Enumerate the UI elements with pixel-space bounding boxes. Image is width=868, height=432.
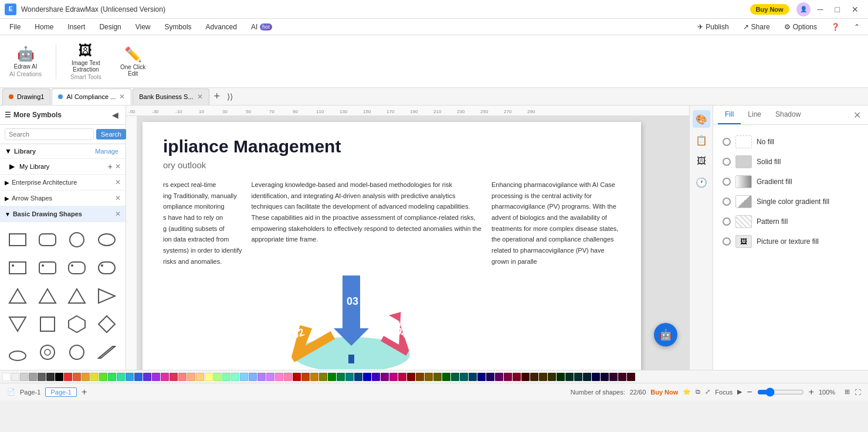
tab-nav-more[interactable]: ⟩⟩ xyxy=(223,92,236,101)
zoom-out-button[interactable]: − xyxy=(747,387,752,397)
fullscreen-button[interactable]: ⛶ xyxy=(855,389,861,396)
tab-ai-compliance[interactable]: AI Compliance ... ✕ xyxy=(52,89,131,105)
menu-ai[interactable]: AI hot xyxy=(244,21,279,33)
color-swatch[interactable] xyxy=(82,373,90,381)
color-swatch[interactable] xyxy=(301,373,310,381)
color-swatch[interactable] xyxy=(442,373,450,381)
shape-triangle-3[interactable] xyxy=(64,283,90,309)
right-panel-close-button[interactable]: ✕ xyxy=(851,106,863,124)
focus-label[interactable]: Focus xyxy=(715,389,733,396)
shape-triangle[interactable] xyxy=(5,283,30,309)
color-swatch[interactable] xyxy=(416,373,424,381)
color-swatch[interactable] xyxy=(328,373,336,381)
color-swatch[interactable] xyxy=(310,373,318,381)
color-swatch[interactable] xyxy=(398,373,406,381)
color-swatch[interactable] xyxy=(407,373,415,381)
color-swatch[interactable] xyxy=(354,373,362,381)
fill-option-solid[interactable]: Solid fill xyxy=(720,152,861,172)
tab-shadow[interactable]: Shadow xyxy=(768,106,808,124)
color-swatch[interactable] xyxy=(513,373,521,381)
color-swatch[interactable] xyxy=(205,373,213,381)
fill-option-picture[interactable]: 🖼 Picture or texture fill xyxy=(720,232,861,251)
color-swatch[interactable] xyxy=(20,373,28,381)
page-tab[interactable]: Page-1 xyxy=(45,387,76,397)
close-ea-button[interactable]: ✕ xyxy=(115,178,121,186)
color-swatch[interactable] xyxy=(345,373,354,381)
menu-advanced[interactable]: Advanced xyxy=(199,21,244,33)
add-tab-button[interactable]: + xyxy=(211,90,224,103)
shape-triangle-5[interactable] xyxy=(5,311,30,337)
share-button[interactable]: ↗ Share xyxy=(737,21,776,33)
color-swatch[interactable] xyxy=(55,373,63,381)
fit-button[interactable]: ⤢ xyxy=(705,388,710,396)
color-swatch[interactable] xyxy=(126,373,134,381)
zoom-percent[interactable]: 100% xyxy=(819,389,840,396)
shape-hexagon[interactable] xyxy=(64,311,90,337)
user-avatar[interactable]: 👤 xyxy=(796,2,811,16)
color-swatch[interactable] xyxy=(495,373,503,381)
color-swatch[interactable] xyxy=(451,373,459,381)
color-swatch[interactable] xyxy=(389,373,398,381)
color-swatch[interactable] xyxy=(372,373,380,381)
tab-drawing1[interactable]: Drawing1 xyxy=(2,89,50,105)
tab-fill[interactable]: Fill xyxy=(718,106,741,124)
shape-circle-3[interactable] xyxy=(64,339,90,365)
shape-rect-corner[interactable] xyxy=(5,255,30,281)
menu-view[interactable]: View xyxy=(128,21,158,33)
color-swatch[interactable] xyxy=(337,373,345,381)
status-buy-now[interactable]: Buy Now xyxy=(650,389,678,396)
color-swatch[interactable] xyxy=(152,373,160,381)
color-swatch[interactable] xyxy=(46,373,55,381)
color-swatch[interactable] xyxy=(504,373,512,381)
color-swatch[interactable] xyxy=(266,373,274,381)
color-swatch[interactable] xyxy=(319,373,327,381)
fill-option-single-gradient[interactable]: Single color gradient fill xyxy=(720,192,861,212)
color-swatch[interactable] xyxy=(363,373,371,381)
color-swatch[interactable] xyxy=(178,373,187,381)
my-library-item[interactable]: ▶ My Library + ✕ xyxy=(0,159,126,175)
menu-home[interactable]: Home xyxy=(28,21,60,33)
category-arrow-shapes[interactable]: ▶ Arrow Shapes ✕ xyxy=(0,191,126,206)
color-swatch[interactable] xyxy=(196,373,204,381)
color-swatch[interactable] xyxy=(460,373,468,381)
color-swatch[interactable] xyxy=(627,373,635,381)
toolbar-edraw-ai[interactable]: 🤖 Edraw AI AI Creations xyxy=(5,43,46,80)
color-swatch[interactable] xyxy=(284,373,292,381)
close-basic-button[interactable]: ✕ xyxy=(115,210,121,218)
color-swatch[interactable] xyxy=(521,373,530,381)
category-basic-drawing[interactable]: ▼ Basic Drawing Shapes ✕ xyxy=(0,206,126,222)
color-swatch[interactable] xyxy=(381,373,389,381)
shape-parallelogram[interactable] xyxy=(94,339,120,365)
color-swatch[interactable] xyxy=(213,373,222,381)
color-swatch[interactable] xyxy=(477,373,486,381)
color-swatch[interactable] xyxy=(601,373,609,381)
color-swatch[interactable] xyxy=(38,373,46,381)
color-swatch[interactable] xyxy=(134,373,143,381)
shape-rect-4[interactable] xyxy=(94,255,120,281)
add-page-button[interactable]: + xyxy=(82,387,87,397)
color-swatch[interactable] xyxy=(73,373,81,381)
search-button[interactable]: Search xyxy=(96,129,126,140)
options-button[interactable]: ⚙ Options xyxy=(778,21,823,33)
color-swatch[interactable] xyxy=(257,373,266,381)
ai-bot-button[interactable]: 🤖 xyxy=(654,323,677,346)
toolbar-image-extraction[interactable]: 🖼 Image TextExtraction Smart Tools xyxy=(66,40,106,83)
color-swatch[interactable] xyxy=(117,373,125,381)
close-library-icon[interactable]: ✕ xyxy=(115,162,121,171)
tab-line[interactable]: Line xyxy=(741,106,768,124)
shape-circle-2[interactable] xyxy=(35,339,60,365)
shape-rect-5[interactable] xyxy=(35,311,60,337)
color-swatch[interactable] xyxy=(11,373,19,381)
color-swatch[interactable] xyxy=(90,373,99,381)
color-swatch[interactable] xyxy=(231,373,239,381)
color-swatch[interactable] xyxy=(169,373,178,381)
fill-option-pattern[interactable]: Pattern fill xyxy=(720,212,861,232)
search-input[interactable] xyxy=(5,128,94,140)
menu-symbols[interactable]: Symbols xyxy=(158,21,199,33)
shape-rounded-rect[interactable] xyxy=(35,227,60,253)
shape-ellipse[interactable] xyxy=(94,227,120,253)
tab-close-bank-business[interactable]: ✕ xyxy=(197,93,203,101)
zoom-in-button[interactable]: + xyxy=(809,387,814,397)
panel-collapse-button[interactable]: ◀ xyxy=(110,109,121,121)
color-swatch[interactable] xyxy=(108,373,116,381)
